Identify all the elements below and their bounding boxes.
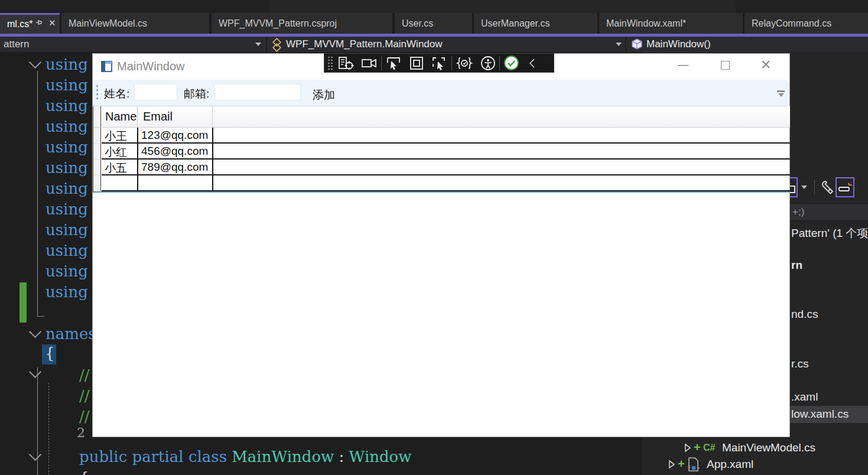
code-class-declaration: public partial class MainWindow : Window — [79, 447, 412, 467]
row-header[interactable] — [93, 144, 101, 160]
table-row[interactable]: 小王 123@qq.com — [102, 128, 790, 144]
cell-email[interactable]: 123@qq.com — [141, 129, 208, 142]
grid-corner-cell[interactable] — [93, 106, 101, 128]
expand-chevron-icon — [668, 460, 675, 469]
cell-name[interactable]: 小红 — [105, 145, 127, 160]
email-label: 邮箱: — [184, 86, 209, 102]
code-using: using — [45, 261, 88, 281]
pin-icon[interactable] — [34, 18, 44, 27]
se-selected-row[interactable]: low.xaml.cs — [790, 406, 868, 423]
column-header-name[interactable]: Name — [105, 110, 136, 123]
table-row[interactable]: 小五 789@qq.com — [102, 160, 790, 175]
se-file-cs[interactable]: r.cs — [791, 357, 809, 370]
tab-user[interactable]: User.cs — [395, 13, 472, 34]
code-comment: // — [79, 386, 90, 406]
se-item-mainviewmodel[interactable]: + C# MainViewModel.cs — [650, 440, 868, 456]
form-toolbar: 姓名: 邮箱: 添加 — [93, 80, 789, 106]
se-project-node[interactable]: rn — [791, 259, 802, 272]
name-label: 姓名: — [104, 86, 129, 102]
toolbar-grip[interactable] — [328, 57, 330, 70]
csharp-file-icon: C# — [703, 443, 715, 453]
column-header-email[interactable]: Email — [143, 110, 173, 123]
code-using: using — [45, 282, 88, 302]
code-using: using — [45, 240, 88, 261]
tab-usermanager[interactable]: UserManager.cs — [474, 13, 597, 34]
tab-label: ml.cs* — [7, 19, 33, 29]
data-grid: Name Email 小王 123@qq.com 小红 456@qq.com — [93, 106, 790, 193]
hot-reload-icon[interactable] — [836, 177, 854, 197]
row-header[interactable] — [93, 160, 101, 175]
xaml-file-icon — [687, 457, 700, 472]
se-item-label: MainViewModel.cs — [722, 441, 815, 454]
toolbar-overflow-icon[interactable] — [777, 90, 785, 97]
code-comment: // — [79, 365, 90, 385]
indent-guide-stub — [37, 316, 44, 317]
camera-icon[interactable] — [361, 56, 378, 70]
accessibility-checker-icon[interactable] — [480, 56, 496, 71]
header-separator[interactable] — [212, 106, 213, 128]
se-search-placeholder: +;) — [792, 206, 804, 218]
hot-reload-success-icon[interactable] — [503, 55, 519, 71]
chevron-down-icon[interactable] — [801, 186, 807, 189]
code-using: using — [45, 137, 88, 157]
cell-name[interactable]: 小王 — [105, 129, 127, 144]
tab-relaycommand[interactable]: RelayCommand.cs — [745, 13, 868, 34]
code-using: using — [45, 96, 88, 116]
code-class-name: MainWindow — [232, 448, 334, 466]
tab-mainwindow-xaml[interactable]: MainWindow.xaml* — [599, 13, 743, 34]
se-toolbar-divider — [814, 180, 815, 195]
maximize-button[interactable] — [721, 61, 730, 70]
code-using: using — [45, 54, 88, 74]
member-dropdown[interactable]: MainWindow() — [646, 38, 711, 51]
cell-email[interactable]: 789@qq.com — [141, 161, 208, 174]
tab-label: User.cs — [402, 18, 433, 28]
table-row-new-item[interactable] — [102, 175, 790, 191]
minimize-button[interactable]: — — [678, 58, 688, 71]
tab-mainviewmodel[interactable]: MainViewModel.cs — [61, 13, 209, 34]
se-file-relaycommand[interactable]: nd.cs — [791, 308, 818, 321]
screen: ml.cs* ✕ MainViewModel.cs WPF_MVVM_Patte… — [0, 0, 868, 475]
se-solution-node[interactable]: Pattern' (1 个项 — [791, 226, 868, 241]
grid-header-row: Name Email — [102, 106, 790, 128]
chevron-down-icon[interactable] — [255, 43, 261, 46]
table-row[interactable]: 小红 456@qq.com — [102, 144, 790, 160]
cell-name[interactable]: 小五 — [105, 161, 127, 176]
toolbar-divider — [499, 56, 500, 70]
project-dropdown[interactable]: attern — [4, 38, 29, 51]
cell-email[interactable]: 456@qq.com — [141, 145, 208, 158]
xaml-hot-reload-settings-icon[interactable] — [456, 56, 473, 70]
toolbar-grip[interactable] — [96, 85, 98, 101]
pending-add-icon: + — [678, 457, 685, 471]
close-button[interactable]: ✕ — [760, 57, 771, 73]
tab-csproj[interactable]: WPF_MVVM_Pattern.csproj — [212, 13, 392, 34]
se-search-input[interactable]: +;) — [790, 203, 868, 221]
header-separator[interactable] — [137, 106, 138, 128]
cell-border — [137, 175, 138, 190]
expand-chevron-icon — [684, 443, 691, 453]
se-item-appxaml[interactable]: + App.xaml — [650, 456, 868, 473]
cell-border — [137, 144, 138, 158]
toolbar-grip[interactable] — [331, 57, 333, 70]
code-using: using — [45, 75, 88, 95]
row-header[interactable] — [93, 128, 101, 144]
codelens-references[interactable]: 2 — [77, 423, 85, 443]
indent-guide-dashed — [48, 383, 49, 475]
collapse-toolbar-icon[interactable] — [528, 57, 536, 69]
pending-add-icon: + — [694, 441, 701, 454]
email-input[interactable] — [214, 84, 301, 100]
select-element-icon[interactable] — [385, 56, 402, 70]
tab-label: MainWindow.xaml* — [606, 18, 686, 28]
cell-border — [212, 144, 213, 158]
add-button[interactable]: 添加 — [309, 86, 339, 104]
close-tab-icon[interactable]: ✕ — [48, 15, 56, 31]
live-visual-tree-icon[interactable] — [337, 56, 355, 70]
layout-adorners-icon[interactable] — [409, 56, 424, 70]
track-focused-element-icon[interactable] — [431, 56, 448, 70]
name-input[interactable] — [134, 84, 177, 100]
wrench-icon[interactable] — [820, 179, 837, 196]
code-using: using — [45, 158, 88, 178]
type-dropdown[interactable]: WPF_MVVM_Pattern.MainWindow — [286, 38, 443, 51]
se-file-xaml[interactable]: .xaml — [791, 391, 818, 404]
row-header[interactable] — [93, 175, 101, 191]
chevron-down-icon[interactable] — [616, 43, 622, 46]
